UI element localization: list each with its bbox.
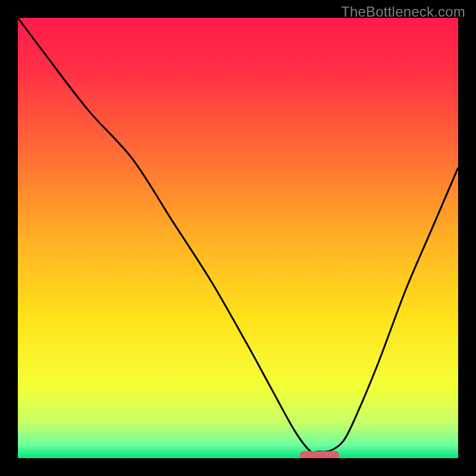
watermark-text: TheBottleneck.com xyxy=(341,4,465,20)
plot-background xyxy=(18,18,458,458)
bottleneck-chart xyxy=(0,0,476,476)
optimal-range-marker xyxy=(300,451,340,458)
chart-stage: TheBottleneck.com xyxy=(0,0,476,476)
